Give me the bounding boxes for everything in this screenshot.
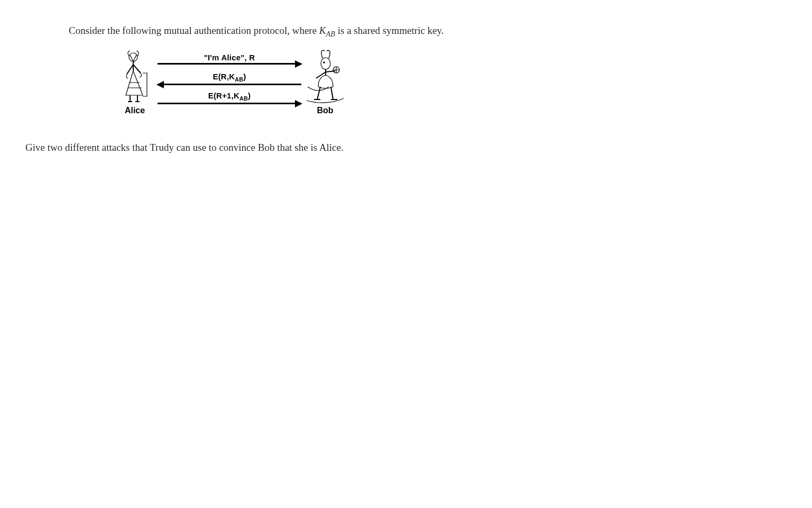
arrow-left-icon <box>158 84 301 85</box>
message-2: E(R,KAB) <box>158 72 301 91</box>
intro-text-1: Consider the following mutual authentica… <box>69 25 319 36</box>
message-3-pre: E(R+1,K <box>208 91 239 100</box>
message-arrows: "I'm Alice", R E(R,KAB) E(R+1,KAB) <box>158 53 301 110</box>
arrow-right-icon <box>158 103 301 104</box>
bob-icon <box>304 50 346 105</box>
message-1: "I'm Alice", R <box>158 53 301 72</box>
svg-point-2 <box>324 62 325 63</box>
message-2-label: E(R,KAB) <box>158 72 301 83</box>
message-2-pre: E(R,K <box>213 72 235 81</box>
message-1-label: "I'm Alice", R <box>158 53 301 62</box>
bob-label: Bob <box>303 106 347 115</box>
protocol-diagram: Alice Bob <box>115 50 454 129</box>
alice-icon <box>119 50 150 105</box>
message-3-sub: AB <box>239 95 248 102</box>
page: Consider the following mutual authentica… <box>0 0 812 178</box>
question-text: Give two different attacks that Trudy ca… <box>25 141 787 155</box>
message-3: E(R+1,KAB) <box>158 91 301 110</box>
bob-figure: Bob <box>303 50 347 115</box>
svg-point-0 <box>129 53 137 61</box>
message-2-sub: AB <box>235 76 243 83</box>
message-3-post: ) <box>248 91 251 100</box>
arrow-right-icon <box>158 63 301 65</box>
key-symbol: K <box>319 25 326 36</box>
svg-point-1 <box>321 58 330 69</box>
alice-figure: Alice <box>115 50 154 115</box>
intro-paragraph: Consider the following mutual authentica… <box>25 24 787 40</box>
key-subscript: AB <box>326 30 335 38</box>
intro-text-2: is a shared symmetric key. <box>335 25 444 36</box>
message-2-post: ) <box>243 72 246 81</box>
message-3-label: E(R+1,KAB) <box>158 91 301 102</box>
alice-label: Alice <box>115 106 154 115</box>
